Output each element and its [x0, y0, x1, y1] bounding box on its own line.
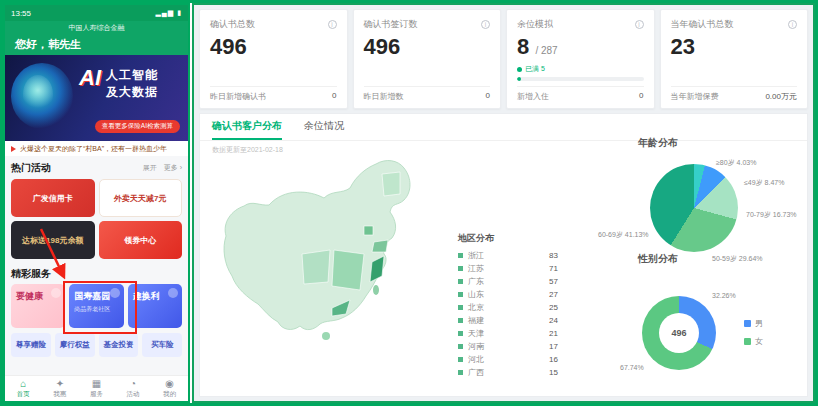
shortcut-fund-invest[interactable]: 基金投资: [99, 333, 139, 357]
region-row[interactable]: 广西15: [458, 366, 558, 379]
bottom-nav-bar: ⌂ 首页 ✦ 我惠 ▦ 服务 ◔ 活动 ◉ 我的: [5, 375, 188, 401]
nav-activities-label: 活动: [127, 390, 140, 399]
promo-card-reward[interactable]: 达标送198元余额: [11, 221, 95, 259]
stat-card-ytd-confirmations: 当年确认书总数 23 当年新增保费 0.00万元: [660, 9, 809, 109]
region-row[interactable]: 浙江83: [458, 249, 558, 262]
services-grid-icon: ▦: [92, 379, 101, 389]
stat-card-title: 确认书签订数: [364, 18, 418, 31]
region-distribution-title: 地区分布: [458, 232, 558, 245]
ai-banner-headline: AI 人工智能 及大数据: [79, 67, 158, 101]
stat-card-footer-value: 0: [639, 91, 643, 102]
region-bullet-icon: [458, 318, 463, 323]
region-bullet-icon: [458, 266, 463, 271]
more-link[interactable]: 更多 ›: [164, 163, 182, 173]
activities-icon: ◔: [130, 379, 136, 389]
user-greeting: 您好，韩先生: [5, 33, 188, 52]
nav-item-benefits[interactable]: ✦ 我惠: [42, 376, 79, 401]
stat-card-occupancy: 余位模拟 8 / 287 已满 5 新增入住 0: [506, 9, 655, 109]
region-bullet-icon: [458, 279, 463, 284]
region-row[interactable]: 河南17: [458, 340, 558, 353]
region-row[interactable]: 山东27: [458, 288, 558, 301]
analysis-panel: 确认书客户分布 余位情况 数据更新至2021-02-18 地区分布 浙江: [199, 113, 808, 397]
stat-card-title: 当年确认书总数: [671, 18, 734, 31]
screenshot-frame: 13:55 ▂▄▆ ▮ 中国人寿综合金融 您好，韩先生 AI 人工智能 及大数据…: [0, 0, 818, 406]
legend-item-female[interactable]: 女: [744, 336, 763, 347]
gender-pie-label-female: 67.74%: [620, 364, 644, 371]
region-bullet-icon: [458, 292, 463, 297]
promo-card-credit-card[interactable]: 广发信用卡: [11, 179, 95, 217]
stat-card-footer-label: 新增入住: [517, 91, 549, 102]
stat-card-value-suffix: / 287: [535, 45, 557, 56]
tile-badge-icon: [168, 288, 178, 298]
region-row[interactable]: 河北16: [458, 353, 558, 366]
nav-benefits-label: 我惠: [53, 390, 66, 399]
info-icon[interactable]: [481, 20, 490, 29]
ai-banner[interactable]: AI 人工智能 及大数据 查看更多保险AI检索测算: [5, 55, 188, 141]
occupancy-full-tag: 已满 5: [517, 64, 644, 74]
shortcut-car-insurance[interactable]: 买车险: [142, 333, 182, 357]
tab-bar: 确认书客户分布 余位情况: [200, 114, 807, 141]
nav-item-mine[interactable]: ◉ 我的: [151, 376, 188, 401]
info-icon[interactable]: [328, 20, 337, 29]
nav-services-label: 服务: [90, 390, 103, 399]
shortcut-free-insurance[interactable]: 尊享赠险: [11, 333, 51, 357]
promo-card-takeout[interactable]: 外卖天天减7元: [99, 179, 183, 217]
age-distribution-pie[interactable]: [650, 164, 738, 252]
tab-occupancy-status[interactable]: 余位情况: [304, 114, 344, 140]
ai-banner-cta-button[interactable]: 查看更多保险AI检索测算: [95, 120, 180, 133]
female-swatch-icon: [744, 338, 751, 345]
region-row[interactable]: 福建24: [458, 314, 558, 327]
china-choropleth-map[interactable]: [214, 150, 454, 380]
region-row[interactable]: 天津21: [458, 327, 558, 340]
home-icon: ⌂: [20, 379, 26, 389]
nav-item-home[interactable]: ⌂ 首页: [5, 376, 42, 401]
region-bullet-icon: [458, 331, 463, 336]
stat-card-title: 余位模拟: [517, 18, 553, 31]
region-row[interactable]: 江苏71: [458, 262, 558, 275]
stat-card-signed-confirmations: 确认书签订数 496 昨日新增数 0: [353, 9, 502, 109]
stat-card-footer-label: 昨日新增数: [364, 91, 404, 102]
info-icon[interactable]: [788, 20, 797, 29]
news-ticker-text: 火爆这个夏天的除了“村BA”，还有一群热血少年: [20, 144, 167, 154]
expand-link[interactable]: 展开: [143, 163, 157, 173]
promo-card-coupon-center[interactable]: 领券中心: [99, 221, 183, 259]
region-row[interactable]: 广东57: [458, 275, 558, 288]
stat-card-total-confirmations: 确认书总数 496 昨日新增确认书 0: [199, 9, 348, 109]
stat-card-value: 8: [517, 34, 529, 59]
region-bullet-icon: [458, 370, 463, 375]
mobile-app-panel: 13:55 ▂▄▆ ▮ 中国人寿综合金融 您好，韩先生 AI 人工智能 及大数据…: [3, 3, 190, 403]
benefits-icon: ✦: [56, 379, 64, 389]
nav-item-services[interactable]: ▦ 服务: [78, 376, 115, 401]
region-bullet-icon: [458, 305, 463, 310]
news-ticker[interactable]: 火爆这个夏天的除了“村BA”，还有一群热血少年: [5, 141, 188, 156]
app-brand-title: 中国人寿综合金融: [5, 21, 188, 33]
occupancy-progress-fill: [517, 77, 521, 81]
stat-card-footer-value: 0: [332, 91, 336, 102]
user-icon: ◉: [165, 379, 174, 389]
stat-card-footer-value: 0: [486, 91, 490, 102]
region-distribution-list: 地区分布 浙江83 江苏71 广东57 山东27 北京25 福建24 天津21 …: [458, 232, 558, 379]
stat-card-footer-label: 当年新增保费: [671, 91, 719, 102]
shortcut-benefits[interactable]: 摩行权益: [55, 333, 95, 357]
nav-item-activities[interactable]: ◔ 活动: [115, 376, 152, 401]
tab-customer-distribution[interactable]: 确认书客户分布: [212, 114, 282, 140]
region-bullet-icon: [458, 344, 463, 349]
info-icon[interactable]: [635, 20, 644, 29]
age-pie-label: ≥80岁 4.03%: [716, 158, 756, 168]
age-distribution-title: 年龄分布: [638, 136, 678, 150]
age-pie-label: 50-59岁 29.64%: [712, 254, 763, 264]
region-row[interactable]: 北京25: [458, 301, 558, 314]
tile-health[interactable]: 要健康: [11, 284, 65, 328]
stat-card-value: 496: [210, 35, 337, 59]
gender-distribution-title: 性别分布: [638, 252, 678, 266]
stat-card-footer-value: 0.00万元: [765, 91, 797, 102]
promo-card-grid: 广发信用卡 外卖天天减7元 达标送198元余额 领券中心: [5, 177, 188, 263]
ai-face-highlight: [23, 75, 53, 113]
gender-pie-label-male: 32.26%: [712, 292, 736, 299]
age-pie-label: ≤49岁 8.47%: [744, 178, 784, 188]
service-tiles-row: 要健康 国寿嘉园 尚品养老社区 趣换利: [5, 284, 188, 328]
ai-banner-line1: 人工智能: [106, 67, 158, 84]
region-bullet-icon: [458, 253, 463, 258]
legend-item-male[interactable]: 男: [744, 318, 763, 329]
stat-card-title: 确认书总数: [210, 18, 255, 31]
